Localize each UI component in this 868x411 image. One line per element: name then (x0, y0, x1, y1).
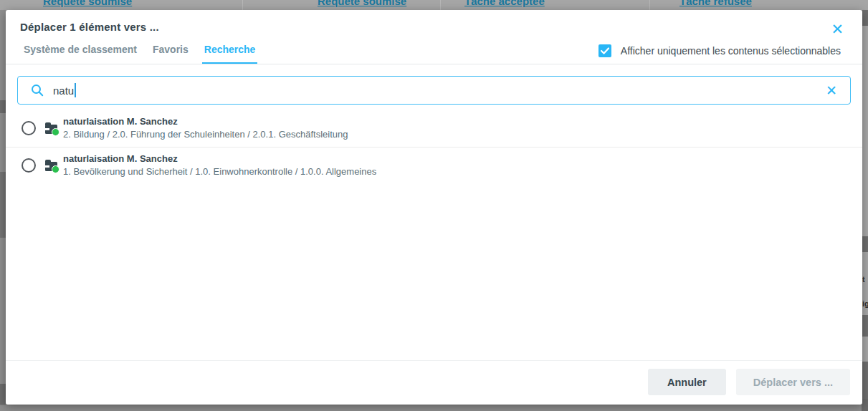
search-input[interactable]: natu ✕ (17, 76, 851, 105)
backdrop-left-edge (0, 10, 6, 405)
result-radio[interactable] (22, 158, 36, 173)
dialog-header: Déplacer 1 élément vers ... ✕ (6, 10, 862, 37)
result-name: naturlaisation M. Sanchez (63, 116, 348, 127)
cancel-button[interactable]: Annuler (648, 369, 726, 395)
backdrop-column-divider (649, 0, 650, 10)
close-icon[interactable]: ✕ (831, 21, 844, 37)
dialog-title: Déplacer 1 élément vers ... (20, 21, 159, 33)
backdrop-column-divider (242, 0, 243, 10)
result-radio[interactable] (22, 121, 36, 135)
checkmark-icon (601, 47, 609, 54)
backdrop-column-header: Requête soumise (318, 0, 406, 7)
text-caret (75, 83, 76, 97)
dialog-footer: Annuler Déplacer vers ... (6, 360, 862, 405)
backdrop-bottom-edge (0, 405, 868, 411)
backdrop-right-edge: t ig (862, 10, 868, 405)
result-row[interactable]: naturlaisation M. Sanchez 2. Bildung / 2… (6, 110, 862, 147)
search-value: natu (53, 84, 74, 97)
green-status-dot (52, 165, 59, 173)
move-dialog: Déplacer 1 élément vers ... ✕ Système de… (6, 10, 862, 405)
window-resize-corner (862, 399, 868, 411)
selectable-filter: Afficher uniquement les contenus sélecti… (598, 44, 841, 64)
folder-status-icon (45, 160, 57, 171)
result-path: 2. Bildung / 2.0. Führung der Schuleinhe… (63, 129, 348, 140)
result-row[interactable]: naturlaisation M. Sanchez 1. Bevölkerung… (6, 147, 862, 184)
backdrop-column-divider (440, 0, 441, 10)
search-icon (31, 84, 44, 97)
backdrop-column-header: Requête soumise (43, 0, 132, 7)
tab-systeme-de-classement[interactable]: Système de classement (22, 44, 139, 64)
backdrop-column-header: Tâche refusée (679, 0, 752, 7)
tab-list: Système de classement Favoris Recherche (22, 44, 257, 64)
selectable-filter-checkbox[interactable] (598, 44, 611, 57)
backdrop-text-fragment: ig (862, 299, 868, 308)
clear-search-icon[interactable]: ✕ (826, 84, 837, 97)
backdrop-board-header: Requête soumise Requête soumise Tâche ac… (0, 0, 868, 10)
backdrop-text-fragment: t (862, 275, 865, 284)
tab-recherche[interactable]: Recherche (202, 44, 258, 64)
folder-status-icon (45, 122, 57, 134)
result-path: 1. Bevölkerung und Sicherheit / 1.0. Ein… (63, 166, 376, 177)
result-name: naturlaisation M. Sanchez (63, 153, 376, 164)
dialog-tabbar: Système de classement Favoris Recherche … (6, 44, 862, 64)
tab-favoris[interactable]: Favoris (151, 44, 191, 64)
green-status-dot (52, 128, 59, 136)
search-results-list: naturlaisation M. Sanchez 2. Bildung / 2… (6, 110, 862, 360)
selectable-filter-label: Afficher uniquement les contenus sélecti… (621, 45, 841, 57)
move-confirm-button[interactable]: Déplacer vers ... (736, 369, 850, 395)
backdrop-column-header: Tâche acceptée (464, 0, 545, 7)
